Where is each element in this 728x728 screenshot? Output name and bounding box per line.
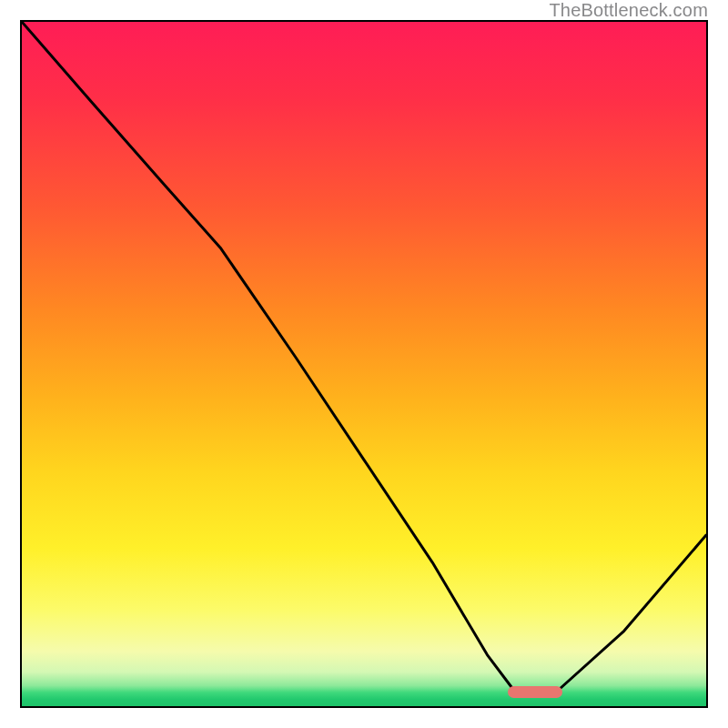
curve-layer: [22, 22, 706, 706]
chart-container: TheBottleneck.com: [0, 0, 728, 728]
bottleneck-curve: [22, 22, 706, 693]
plot-area: [20, 20, 708, 708]
watermark-text: TheBottleneck.com: [549, 0, 708, 21]
valley-marker: [508, 686, 562, 698]
